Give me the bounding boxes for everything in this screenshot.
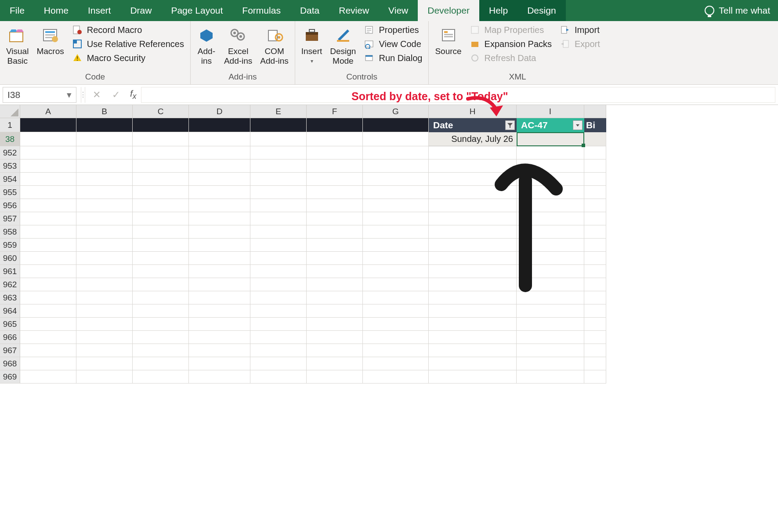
row-header-954[interactable]: 954 [0, 173, 20, 186]
cell[interactable] [20, 173, 76, 186]
row-header-1[interactable]: 1 [0, 118, 20, 132]
spreadsheet-grid[interactable]: A B C D E F G H I 1 Date AC-47 Bi [0, 105, 778, 384]
cell-F1[interactable] [307, 118, 363, 132]
formula-bar-grip[interactable]: ⋮ [81, 87, 85, 103]
fx-icon[interactable]: fx [126, 88, 141, 101]
cell-A38[interactable] [20, 132, 76, 146]
cell-E38[interactable] [250, 132, 307, 146]
cell[interactable] [133, 186, 189, 199]
cell[interactable] [584, 370, 606, 384]
enter-formula-button[interactable]: ✓ [106, 89, 126, 101]
cell-D38[interactable] [189, 132, 250, 146]
cell[interactable] [307, 278, 363, 291]
cell-E1[interactable] [250, 118, 307, 132]
cell[interactable] [307, 212, 363, 225]
cell[interactable] [584, 331, 606, 344]
cell[interactable] [363, 370, 429, 384]
tell-me-search[interactable]: Tell me what [699, 0, 778, 21]
cell[interactable] [363, 146, 429, 159]
table-header-ac47[interactable]: AC-47 [517, 118, 584, 132]
dropdown-icon[interactable] [573, 120, 583, 130]
source-button[interactable]: Source [435, 24, 461, 56]
cell[interactable] [307, 318, 363, 331]
cell-A1[interactable] [20, 118, 76, 132]
cell[interactable] [307, 344, 363, 357]
cell[interactable] [133, 239, 189, 252]
cell[interactable] [584, 199, 606, 212]
row-header-955[interactable]: 955 [0, 186, 20, 199]
cell[interactable] [307, 291, 363, 304]
cell[interactable] [76, 239, 133, 252]
tab-draw[interactable]: Draw [120, 0, 161, 21]
filter-icon[interactable] [505, 120, 515, 130]
cell[interactable] [307, 357, 363, 370]
cell[interactable] [189, 265, 250, 278]
col-header-C[interactable]: C [133, 105, 189, 118]
cell-G38[interactable] [363, 132, 429, 146]
cell[interactable] [429, 344, 517, 357]
cell[interactable] [517, 331, 584, 344]
cell[interactable] [363, 252, 429, 265]
cell[interactable] [584, 357, 606, 370]
cell[interactable] [189, 331, 250, 344]
cell[interactable] [76, 146, 133, 159]
cell[interactable] [133, 304, 189, 318]
cell[interactable] [189, 199, 250, 212]
cell[interactable] [517, 357, 584, 370]
cell[interactable] [133, 265, 189, 278]
cell[interactable] [250, 146, 307, 159]
cell[interactable] [133, 357, 189, 370]
tab-insert[interactable]: Insert [78, 0, 121, 21]
cell-C1[interactable] [133, 118, 189, 132]
cell[interactable] [363, 199, 429, 212]
cell[interactable] [250, 225, 307, 239]
macro-security-button[interactable]: Macro Security [72, 53, 184, 63]
cell[interactable] [189, 173, 250, 186]
cell[interactable] [189, 252, 250, 265]
cell[interactable] [76, 159, 133, 173]
addins-button[interactable]: Add- ins [197, 24, 216, 66]
row-header-963[interactable]: 963 [0, 291, 20, 304]
cell[interactable] [363, 291, 429, 304]
name-box[interactable]: I38 ▾ [3, 87, 76, 103]
design-mode-button[interactable]: Design Mode [330, 24, 356, 66]
cell[interactable] [76, 370, 133, 384]
cell[interactable] [584, 159, 606, 173]
cell[interactable] [189, 146, 250, 159]
row-header-953[interactable]: 953 [0, 159, 20, 173]
cell[interactable] [133, 159, 189, 173]
cell[interactable] [250, 186, 307, 199]
row-header-957[interactable]: 957 [0, 212, 20, 225]
row-header-968[interactable]: 968 [0, 357, 20, 370]
cell[interactable] [363, 265, 429, 278]
row-header-952[interactable]: 952 [0, 146, 20, 159]
row-header-964[interactable]: 964 [0, 304, 20, 318]
cell[interactable] [20, 357, 76, 370]
cell[interactable] [189, 357, 250, 370]
cell[interactable] [584, 186, 606, 199]
tab-developer[interactable]: Developer [418, 0, 479, 21]
cell[interactable] [429, 331, 517, 344]
cell[interactable] [76, 199, 133, 212]
cell[interactable] [363, 344, 429, 357]
cell-B38[interactable] [76, 132, 133, 146]
row-header-962[interactable]: 962 [0, 278, 20, 291]
cell[interactable] [307, 199, 363, 212]
cell[interactable] [189, 278, 250, 291]
table-header-bi[interactable]: Bi [584, 118, 606, 132]
cell-G1[interactable] [363, 118, 429, 132]
cell[interactable] [189, 239, 250, 252]
cell[interactable] [250, 331, 307, 344]
cell[interactable] [307, 225, 363, 239]
cell[interactable] [517, 318, 584, 331]
cell[interactable] [250, 278, 307, 291]
cell[interactable] [584, 252, 606, 265]
cell[interactable] [76, 225, 133, 239]
cell[interactable] [189, 212, 250, 225]
cell[interactable] [133, 331, 189, 344]
cell[interactable] [189, 291, 250, 304]
row-header-966[interactable]: 966 [0, 331, 20, 344]
cell[interactable] [20, 331, 76, 344]
cell[interactable] [250, 344, 307, 357]
cell-J38[interactable] [584, 132, 606, 146]
